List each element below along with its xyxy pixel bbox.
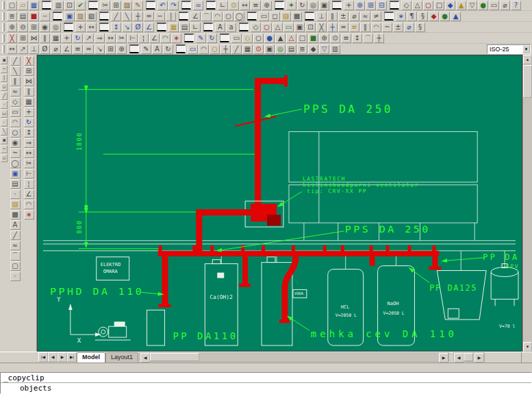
polygon-icon[interactable]: ◇ bbox=[10, 97, 21, 107]
dim-aligned-icon[interactable]: ↗ bbox=[18, 44, 28, 54]
erase-icon[interactable]: ╳ bbox=[7, 34, 17, 43]
scroll-down-icon[interactable]: ▼ bbox=[523, 342, 532, 352]
dock-tool-icon[interactable]: ▪ bbox=[1, 136, 8, 144]
dock-tool-icon[interactable]: ▭ bbox=[1, 109, 8, 118]
dim-angular-icon[interactable]: ∠ bbox=[144, 23, 154, 32]
text-icon[interactable]: A bbox=[215, 23, 225, 32]
horizontal-scroll-track[interactable] bbox=[199, 353, 439, 361]
drawing-canvas[interactable]: PPS DA 250 LASTRATECH kislinskoodporni v… bbox=[37, 55, 522, 352]
toolbar-grip[interactable] bbox=[2, 45, 5, 53]
ellipse-icon[interactable]: ◯ bbox=[10, 159, 21, 168]
tool-icon[interactable]: ≣ bbox=[297, 44, 307, 54]
circle-icon[interactable]: ○ bbox=[10, 128, 21, 137]
tool-icon[interactable]: ⊙ bbox=[253, 44, 264, 54]
print-icon[interactable]: ▥ bbox=[53, 1, 64, 10]
tool-icon[interactable]: ⊙ bbox=[330, 34, 340, 43]
tool-icon[interactable]: ◎ bbox=[275, 44, 286, 54]
regen-icon[interactable]: ↻ bbox=[297, 1, 307, 10]
zoom-previous-icon[interactable]: ⊟ bbox=[377, 1, 387, 10]
dock-tool-icon[interactable]: ─ bbox=[1, 145, 8, 153]
ucs-icon[interactable]: ∟ bbox=[218, 1, 228, 10]
tool-icon[interactable]: △ bbox=[286, 34, 296, 43]
tab-next-button[interactable]: ▶ bbox=[58, 352, 67, 362]
tool-icon[interactable]: ═ bbox=[338, 23, 349, 32]
dock-tool-icon[interactable]: ─ bbox=[1, 65, 8, 73]
make-block-icon[interactable]: ▣ bbox=[64, 12, 75, 21]
tool-icon[interactable]: ◇ bbox=[242, 34, 253, 43]
ellipse-icon[interactable]: ◯ bbox=[234, 12, 244, 21]
chamfer-icon[interactable]: ∠ bbox=[24, 189, 34, 199]
tool-icon[interactable]: ┼ bbox=[327, 23, 338, 32]
tool-icon[interactable]: § bbox=[418, 12, 428, 21]
dim-linear-icon[interactable]: ↕ bbox=[111, 23, 121, 32]
spline-icon[interactable]: ~ bbox=[10, 148, 21, 158]
new-icon[interactable]: ▢ bbox=[7, 1, 17, 10]
xref-icon[interactable]: ▧ bbox=[86, 12, 97, 21]
tolerance-icon[interactable]: ⊞ bbox=[105, 44, 116, 54]
mtext-icon[interactable]: A bbox=[10, 220, 21, 230]
tool-icon[interactable]: ◠ bbox=[371, 23, 381, 32]
scroll-left-icon[interactable]: ◀ bbox=[140, 353, 150, 363]
lengthen-icon[interactable]: ↔ bbox=[24, 148, 34, 158]
scroll-right-icon[interactable]: ▶ bbox=[474, 353, 484, 363]
vertical-scroll-thumb[interactable] bbox=[523, 65, 532, 98]
tool-icon[interactable]: ∗ bbox=[396, 12, 406, 21]
snap-icon[interactable]: ▦ bbox=[168, 23, 179, 32]
arc2-icon[interactable]: ◠ bbox=[212, 12, 223, 21]
stretch-icon[interactable]: ⇒ bbox=[94, 34, 105, 43]
move-icon[interactable]: + bbox=[62, 34, 72, 43]
mirror-icon[interactable]: ⋈ bbox=[24, 77, 34, 86]
mirror-icon[interactable]: ⋈ bbox=[29, 34, 39, 43]
donut-icon[interactable]: ◉ bbox=[10, 138, 21, 148]
id-point-icon[interactable]: ⊕ bbox=[262, 1, 272, 10]
tool-icon[interactable]: ▭ bbox=[231, 34, 242, 43]
tool-icon[interactable]: ╳ bbox=[316, 23, 327, 32]
dim-style-icon[interactable]: ✎ bbox=[196, 34, 206, 43]
tab-first-button[interactable]: |◀ bbox=[38, 352, 48, 362]
open-icon[interactable]: ▱ bbox=[18, 1, 28, 10]
tool-icon[interactable]: ↕ bbox=[352, 34, 362, 43]
dock-tool-icon[interactable]: · bbox=[1, 101, 8, 109]
tool-icon[interactable]: ≡ bbox=[341, 34, 351, 43]
color-control[interactable]: ■ bbox=[29, 12, 39, 21]
save-icon[interactable]: ▦ bbox=[29, 1, 39, 10]
offset-icon[interactable]: ∥ bbox=[40, 34, 50, 43]
chamfer-icon[interactable]: ∠ bbox=[149, 34, 160, 43]
mini-horizontal-scrollbar[interactable]: ◀ ▶ bbox=[453, 352, 485, 362]
named-views-icon[interactable]: ▣ bbox=[319, 1, 329, 10]
explode-icon[interactable]: ∗ bbox=[171, 34, 181, 43]
offset-icon[interactable]: ∥ bbox=[24, 87, 34, 96]
grid-icon[interactable]: ▤ bbox=[179, 23, 190, 32]
tool-icon[interactable]: ○ bbox=[423, 1, 433, 10]
horizontal-scrollbar[interactable]: ◀ ▶ bbox=[140, 352, 449, 362]
tool-icon[interactable]: △ bbox=[273, 23, 283, 32]
tool-icon[interactable]: ▤ bbox=[286, 44, 296, 54]
dim-ordinate-icon[interactable]: ⊥ bbox=[29, 44, 39, 54]
tool-icon[interactable]: ⊕ bbox=[319, 34, 329, 43]
hatch-icon[interactable]: ▨ bbox=[10, 200, 21, 209]
tool-icon[interactable]: □ bbox=[434, 1, 444, 10]
tool-icon[interactable]: ○ bbox=[262, 23, 272, 32]
tool-icon[interactable]: ◠ bbox=[199, 44, 209, 54]
distance-icon[interactable]: ↔ bbox=[240, 1, 250, 10]
tool-icon[interactable]: ≠ bbox=[371, 12, 381, 21]
redo-icon[interactable]: ↷ bbox=[168, 1, 179, 10]
copy-object-icon[interactable]: ⊞ bbox=[18, 34, 28, 43]
chevron-down-icon[interactable]: ▼ bbox=[522, 45, 530, 53]
rotate-icon[interactable]: ↻ bbox=[24, 118, 34, 127]
array-icon[interactable]: ▦ bbox=[51, 34, 61, 43]
tool-icon[interactable]: □ bbox=[297, 34, 307, 43]
region-icon[interactable]: ▩ bbox=[10, 210, 21, 220]
arc-icon[interactable]: ◠ bbox=[10, 118, 21, 127]
solid-icon[interactable]: ▩ bbox=[292, 12, 302, 21]
extend-icon[interactable]: ⊢ bbox=[24, 169, 34, 179]
leader-icon[interactable]: ↘ bbox=[94, 44, 105, 54]
aerial-view-icon[interactable]: ◎ bbox=[308, 1, 318, 10]
match-props-icon[interactable]: ✎ bbox=[133, 1, 143, 10]
tool-icon[interactable]: ◆ bbox=[445, 1, 455, 10]
tool-icon[interactable]: ⌒ bbox=[363, 34, 373, 43]
tool-icon[interactable]: ┼ bbox=[220, 44, 231, 54]
zoom-realtime-icon[interactable]: ⊕ bbox=[355, 1, 365, 10]
box-icon[interactable]: ◻ bbox=[270, 12, 280, 21]
tool-icon[interactable]: ▲ bbox=[275, 34, 286, 43]
